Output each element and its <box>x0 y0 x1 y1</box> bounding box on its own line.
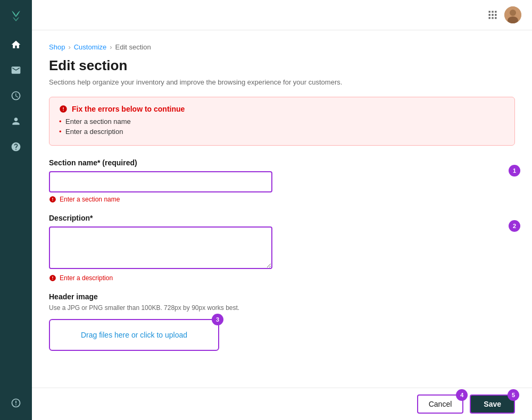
svg-point-1 <box>510 10 516 16</box>
error-banner: Fix the errors below to continue Enter a… <box>49 97 515 146</box>
error-banner-text: Fix the errors below to continue <box>72 105 185 113</box>
error-item-1: Enter a section name <box>65 117 505 125</box>
description-badge: 2 <box>509 220 520 232</box>
header-image-group: Header image Use a JPG or PNG smaller th… <box>49 292 515 351</box>
save-button[interactable]: Save 5 <box>470 394 515 414</box>
cancel-badge: 4 <box>456 389 468 401</box>
header-image-label: Header image <box>49 292 515 301</box>
section-name-group: Section name* (required) 1 Enter a secti… <box>49 158 515 203</box>
page-title: Edit section <box>49 57 515 74</box>
error-list: Enter a section name Enter a description <box>59 117 505 136</box>
sidebar-item-zendesk[interactable] <box>5 392 27 414</box>
breadcrumb-sep-2: › <box>110 43 112 51</box>
section-name-label: Section name* (required) <box>49 158 515 167</box>
upload-area[interactable]: Drag files here or click to upload 3 <box>49 319 219 351</box>
section-name-error-text: Enter a section name <box>60 196 120 203</box>
breadcrumb-shop[interactable]: Shop <box>49 43 65 51</box>
breadcrumb-current: Edit section <box>115 43 151 51</box>
section-name-badge: 1 <box>509 165 520 177</box>
section-name-wrapper: 1 <box>49 171 515 192</box>
description-label: Description* <box>49 214 515 222</box>
description-group: Description* 2 Enter a description <box>49 214 515 282</box>
description-error-icon <box>49 274 56 282</box>
cancel-button[interactable]: Cancel 4 <box>417 394 464 414</box>
breadcrumb-customize[interactable]: Customize <box>74 43 106 51</box>
error-circle-icon <box>59 105 68 113</box>
sidebar-item-home[interactable] <box>5 34 27 55</box>
breadcrumb: Shop › Customize › Edit section <box>49 43 515 51</box>
description-error: Enter a description <box>49 274 515 282</box>
breadcrumb-sep-1: › <box>68 43 70 51</box>
logo <box>6 6 26 26</box>
sidebar <box>0 0 32 420</box>
avatar[interactable] <box>504 6 521 23</box>
header-image-hint: Use a JPG or PNG smaller than 100KB. 728… <box>49 303 515 313</box>
section-name-error: Enter a section name <box>49 196 515 203</box>
page-subtitle: Sections help organize your inventory an… <box>49 78 515 86</box>
section-name-error-icon <box>49 196 56 203</box>
sidebar-item-support[interactable] <box>5 136 27 157</box>
topbar <box>32 0 532 30</box>
footer: Cancel 4 Save 5 <box>32 388 532 420</box>
sidebar-item-mail[interactable] <box>5 60 27 81</box>
grid-icon[interactable] <box>487 10 498 20</box>
sidebar-item-user[interactable] <box>5 111 27 132</box>
content-area: Shop › Customize › Edit section Edit sec… <box>32 30 532 420</box>
description-input[interactable] <box>49 226 272 269</box>
main-content: Shop › Customize › Edit section Edit sec… <box>32 0 532 420</box>
sidebar-item-clock[interactable] <box>5 85 27 106</box>
cancel-label: Cancel <box>429 400 452 408</box>
section-name-input[interactable] <box>49 171 272 192</box>
error-item-2: Enter a description <box>65 128 505 136</box>
description-error-text: Enter a description <box>60 274 113 282</box>
save-badge: 5 <box>508 389 519 401</box>
error-banner-title: Fix the errors below to continue <box>59 105 505 113</box>
upload-text: Drag files here or click to upload <box>81 331 187 339</box>
description-wrapper: 2 <box>49 226 515 271</box>
save-label: Save <box>484 400 501 408</box>
upload-badge: 3 <box>212 314 223 325</box>
